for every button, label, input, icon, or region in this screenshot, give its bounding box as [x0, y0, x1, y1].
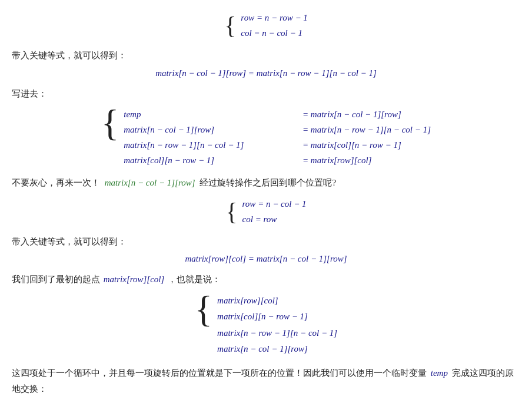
brace-line-1-2: col = n − col − 1	[241, 26, 307, 40]
brace-left-1: {	[224, 13, 236, 38]
brace-line-3-2: col = row	[242, 212, 307, 226]
cycle-item-4: matrix[n − col − 1][row]	[217, 342, 337, 357]
text-block-1: 带入关键等式，就可以得到：	[12, 48, 520, 64]
chinese-text-5b: ，也就是说：	[168, 275, 221, 284]
eq1-text: matrix[n − col − 1][row] = matrix[n − ro…	[155, 68, 377, 78]
eq2-text: matrix[row][col] = matrix[n − col − 1][r…	[185, 254, 347, 264]
text-block-5: 我们回到了最初的起点 matrix[row][col] ，也就是说：	[12, 272, 520, 288]
brace-line-1-1: row = n − row − 1	[241, 11, 307, 25]
brace-lines-2: temp = matrix[n − col − 1][row] matrix[n…	[124, 107, 431, 167]
brace-line-2-1: temp = matrix[n − col − 1][row]	[124, 107, 431, 121]
chinese-text-2: 写进去：	[12, 89, 47, 98]
chinese-text-3a: 不要灰心，再来一次！	[12, 178, 100, 187]
section-cycle: { matrix[row][col] matrix[col][n − row −…	[12, 293, 520, 357]
inline-math-1: matrix[n − col − 1][row]	[105, 178, 195, 187]
section-system2: { temp = matrix[n − col − 1][row] matrix…	[12, 107, 520, 167]
section-system3: { row = n − col − 1 col = row	[12, 197, 520, 226]
brace-left-3: {	[225, 199, 237, 224]
text-block-2: 写进去：	[12, 87, 520, 102]
inline-math-2: matrix[row][col]	[104, 275, 165, 284]
chinese-text-6a: 这四项处于一个循环中，并且每一项旋转后的位置就是下一项所在的位置！因此我们可以使…	[12, 368, 427, 378]
section-system1: { row = n − row − 1 col = n − col − 1	[12, 11, 520, 40]
cycle-item-2: matrix[col][n − row − 1]	[217, 309, 337, 325]
chinese-text-1: 带入关键等式，就可以得到：	[12, 51, 127, 60]
text-block-3: 不要灰心，再来一次！ matrix[n − col − 1][row] 经过旋转…	[12, 176, 520, 191]
text-block-4: 带入关键等式，就可以得到：	[12, 234, 520, 250]
text-block-6: 这四项处于一个循环中，并且每一项旋转后的位置就是下一项所在的位置！因此我们可以使…	[12, 365, 520, 397]
brace-left-2: {	[101, 105, 119, 142]
brace-lines-1: row = n − row − 1 col = n − col − 1	[241, 11, 307, 40]
cycle-list: matrix[row][col] matrix[col][n − row − 1…	[217, 293, 337, 357]
chinese-text-5a: 我们回到了最初的起点	[12, 275, 100, 284]
equation-2: matrix[row][col] = matrix[n − col − 1][r…	[12, 254, 520, 264]
temp-math: temp	[431, 368, 448, 378]
cycle-item-1: matrix[row][col]	[217, 293, 337, 309]
equation-1: matrix[n − col − 1][row] = matrix[n − ro…	[12, 68, 520, 78]
brace-left-4: {	[195, 291, 212, 328]
brace-line-2-3: matrix[n − row − 1][n − col − 1] = matri…	[124, 138, 431, 152]
chinese-text-4: 带入关键等式，就可以得到：	[12, 237, 127, 246]
brace-lines-3: row = n − col − 1 col = row	[242, 197, 307, 226]
chinese-text-3b: 经过旋转操作之后回到哪个位置呢?	[200, 178, 336, 187]
brace-line-2-2: matrix[n − col − 1][row] = matrix[n − ro…	[124, 123, 431, 137]
cycle-item-3: matrix[n − row − 1][n − col − 1]	[217, 326, 337, 341]
brace-line-3-1: row = n − col − 1	[242, 197, 307, 211]
brace-line-2-4: matrix[col][n − row − 1] = matrix[row][c…	[124, 153, 431, 167]
